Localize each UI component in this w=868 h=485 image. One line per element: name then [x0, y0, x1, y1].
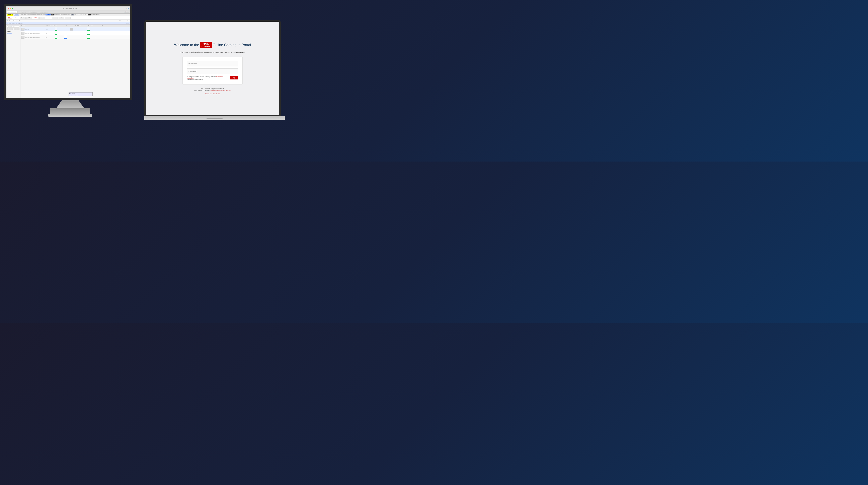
vehicle-date: Mar 2016: [59, 14, 63, 15]
brand-misc2[interactable]: ⬡: [52, 17, 58, 19]
monitor-base: [50, 108, 90, 114]
login-page: Welcome to the GSF CAR PARTS Online Cata…: [146, 22, 279, 115]
main-content: Comment OE System Pad/ Shoe Kit Wear Ind…: [21, 25, 130, 100]
reg-plate: K777BUK: [7, 14, 13, 16]
row2-pad-add-btn[interactable]: [55, 34, 57, 35]
gsf-logo-sub: CAR PARTS: [202, 46, 210, 48]
row3-disc-add-btn[interactable]: [87, 38, 90, 39]
close-icon[interactable]: [8, 8, 9, 9]
tab-part-search[interactable]: Part Search: [19, 11, 27, 13]
row2-disc-add-btn[interactable]: [87, 34, 90, 35]
vehicle-model: R ROVER SPORT A8OG DYN 5DVE A (AUTBIOGRA…: [20, 14, 45, 15]
laptop-hinge: [207, 118, 223, 119]
tab-cross-reference[interactable]: Cross Reference: [7, 11, 18, 13]
row1-pad-num: LP3396: [55, 28, 57, 28]
brand-champion[interactable]: Champion: [20, 17, 26, 19]
row2-comment: Coated Disc, 2 piston caliper | Single d…: [25, 33, 40, 34]
login-button[interactable]: Log In: [230, 76, 239, 80]
monitor-stand: [56, 100, 84, 108]
row3-disc-num: BG8807C: [87, 36, 90, 36]
row3-pad-num: LP2187: [55, 36, 57, 36]
row1-disc-size: 52.07: [88, 29, 89, 29]
row1-disc-add-btn[interactable]: [87, 30, 90, 31]
sidebar-item-coated-disc[interactable]: Coated Disc: [7, 32, 20, 34]
search-placeholder: Enter Search Term: [8, 26, 14, 27]
laptop-bottom: [144, 116, 285, 120]
col-sv: S/V: [102, 25, 106, 26]
col-pad-shoe: Pad/ Shoe: [53, 25, 65, 26]
vehicle-doors: 5 Door: [85, 14, 87, 15]
row3-kit-add-btn[interactable]: [64, 38, 67, 39]
username-input[interactable]: [187, 61, 239, 66]
sidebar-section-friction: Friction: [7, 31, 20, 32]
tooltip-title: Wear Indicator: [69, 93, 92, 94]
year-label: Year: [127, 20, 129, 21]
app-screen: AdCar (2964) 0.305.0 lapi: V90 ⚙ 👤 Cross…: [6, 6, 130, 98]
basket-button[interactable]: 🛒 Basket: [125, 11, 129, 12]
monitor-screen: AdCar (2964) 0.305.0 lapi: V90 ⚙ 👤 Cross…: [4, 4, 132, 100]
go-btn[interactable]: Go: [13, 28, 20, 30]
vehicle-engine: E Or. 5907T: [54, 14, 59, 15]
row3-pad-size: 56.52: [55, 37, 57, 37]
col-comment: Comment: [21, 25, 45, 26]
password-input[interactable]: [187, 68, 239, 74]
row3-pad-add-btn[interactable]: [55, 38, 57, 39]
filter-placeholder[interactable]: Filter the applications...: [9, 20, 17, 21]
brand-delphi[interactable]: DelphiTechnologies: [7, 17, 13, 19]
row2-system: Abs: [46, 33, 51, 34]
row1-pad-size: 44.74: [55, 29, 57, 29]
vehicle-fuel: Diesel: [71, 14, 74, 16]
laptop-bezel: Welcome to the GSF CAR PARTS Online Cata…: [144, 20, 281, 116]
sidebar-search[interactable]: Enter Search Term: [7, 25, 20, 28]
app-nav: Cross Reference Part Search Part Compari…: [6, 10, 130, 13]
app-body: Enter Search Term Wheel Bearing Go Frict…: [6, 25, 130, 100]
row3-kit-num: LK0640: [64, 36, 67, 36]
topbar-center: AdCar (2964) 0.305.0 lapi: V90: [13, 8, 126, 9]
col-disc-drum: Disc/ Drum: [88, 25, 100, 26]
monitor-foot: [48, 114, 92, 117]
col-oe-system: OE System: [46, 25, 52, 26]
laptop: Welcome to the GSF CAR PARTS Online Cata…: [144, 20, 285, 144]
brand-misc4[interactable]: ⬡: [65, 17, 70, 19]
row3-kit-size: 27.27: [65, 37, 67, 37]
tab-order-summary[interactable]: Order Summary: [40, 11, 49, 13]
row1-disc-num: BG8348C: [87, 28, 90, 28]
gsf-logo: GSF CAR PARTS: [200, 42, 212, 48]
welcome-suffix: Online Catalogue Portal: [213, 43, 251, 47]
info-label: Info: [120, 20, 121, 21]
row3-disc-size: 59.60: [88, 37, 89, 37]
application-year: 04/2013-: [126, 23, 129, 24]
minimize-icon[interactable]: [10, 8, 11, 9]
brand-misc1[interactable]: ⬡: [39, 17, 45, 19]
vehicle-make: LAND ROVER: [14, 14, 19, 15]
toc-link[interactable]: Terms and Conditions: [205, 93, 220, 95]
brand-bosch[interactable]: BOSCH: [33, 17, 38, 19]
topbar-right: ⚙ 👤: [126, 8, 129, 9]
login-support: For Customer Support Please Call 0121 74…: [194, 88, 231, 91]
filter-row: 🔍 Filter the applications... 1 of 3 Info…: [6, 20, 130, 22]
tab-part-comparison[interactable]: Part Comparison: [28, 11, 38, 13]
table-row: Coated Disc, 4 piston caliper | Single d…: [21, 35, 130, 39]
brand-brembo[interactable]: brembo: [13, 17, 19, 19]
row3-system: Bre: [46, 37, 51, 38]
brand-brake[interactable]: Brake: [46, 17, 51, 19]
brand-logos-row: DelphiTechnologies brembo Champion LEMF.…: [6, 16, 130, 20]
login-toc: Terms and Conditions: [205, 93, 220, 95]
brand-lemforder[interactable]: LEMF.: [27, 17, 32, 19]
tooltip-box: Wear Indicator Note: Use with LP3395: [69, 92, 93, 96]
row2-disc-num: BG8304C: [87, 32, 90, 32]
row3-comment: Coated Disc, 4 piston caliper | Single d…: [25, 37, 40, 38]
vehicle-gears: 8 Gears: [77, 14, 80, 15]
wheel-bearing-btn[interactable]: Wheel Bearing: [7, 28, 13, 30]
support-email-link[interactable]: branchsupport@gsfgroup.com: [211, 89, 231, 91]
welcome-prefix: Welcome to the: [174, 43, 199, 47]
filter-icon: 🔍: [7, 20, 8, 21]
row1-pad-add-btn[interactable]: [55, 30, 57, 31]
row2-pad-num: LP2176: [55, 32, 57, 32]
brand-misc3[interactable]: ⬡: [59, 17, 64, 19]
col-kit: Kit: [66, 25, 74, 26]
column-headers: Comment OE System Pad/ Shoe Kit Wear Ind…: [21, 25, 130, 27]
row1-comment: Coated Disc: [25, 29, 29, 30]
desktop-monitor: AdCar (2964) 0.305.0 lapi: V90 ⚙ 👤 Cross…: [4, 4, 136, 116]
maximize-icon[interactable]: [12, 8, 13, 9]
